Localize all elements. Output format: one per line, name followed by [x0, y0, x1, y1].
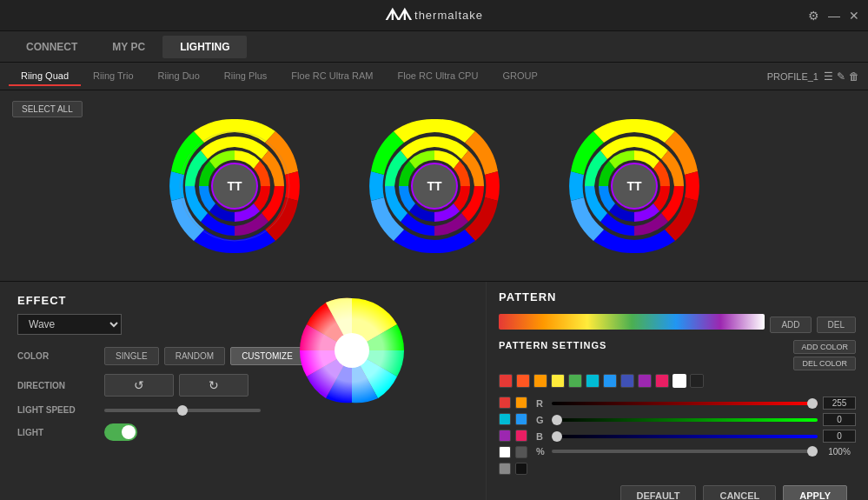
pattern-title: PATTERN [499, 290, 556, 303]
swatch-blue[interactable] [603, 374, 617, 388]
effect-dropdown[interactable]: Wave Static Breathing Pulse Full Color F… [17, 314, 122, 335]
swatch-green[interactable] [568, 374, 582, 388]
device-tab-group[interactable]: GROUP [490, 67, 549, 86]
swatch-yellow[interactable] [551, 374, 565, 388]
pattern-gradient-bar[interactable] [499, 314, 765, 330]
profile-delete-icon[interactable]: 🗑 [849, 70, 859, 83]
svg-text:TT: TT [626, 179, 642, 193]
profile-section: PROFILE_1 ☰ ✎ 🗑 [767, 70, 859, 83]
fan-svg-3: TT [560, 112, 708, 260]
percent-value: 100% [823, 447, 856, 457]
cw-button[interactable]: ↻ [179, 374, 248, 397]
percent-slider[interactable] [552, 450, 818, 453]
profile-icons: ☰ ✎ 🗑 [824, 70, 859, 83]
select-all-button[interactable]: SELECT ALL [12, 101, 83, 117]
swatch-amber[interactable] [533, 374, 547, 388]
device-tab-riing-duo[interactable]: Riing Duo [146, 67, 212, 86]
r-label: R [536, 398, 547, 409]
nav-bar: CONNECT MY PC LIGHTING [0, 31, 868, 63]
device-tab-floe-ram[interactable]: Floe RC Ultra RAM [279, 67, 385, 86]
profile-edit-icon[interactable]: ✎ [837, 70, 845, 83]
color-wheel[interactable] [295, 294, 408, 407]
swatch-purple[interactable] [638, 374, 652, 388]
g-row: G [536, 413, 856, 426]
color-buttons: SINGLE RANDOM CUSTOMIZE [104, 347, 304, 365]
b-row: B [536, 430, 856, 443]
percent-label: % [536, 446, 547, 457]
close-icon[interactable]: ✕ [849, 9, 859, 23]
r-slider[interactable] [552, 402, 818, 405]
brand-name: thermaltake [414, 9, 483, 22]
svg-text:TT: TT [427, 179, 442, 193]
swatch-black[interactable] [690, 374, 704, 388]
device-tab-riing-quad[interactable]: Riing Quad [9, 67, 81, 86]
minimize-icon[interactable]: — [828, 9, 840, 23]
pattern-settings-title: PATTERN SETTINGS [499, 340, 606, 350]
action-bar: DEFAULT CANCEL APPLY [499, 482, 856, 500]
title-bar: ᗑᗑ thermaltake ⚙ — ✕ [0, 0, 868, 31]
cw-icon: ↻ [209, 378, 219, 392]
profile-menu-icon[interactable]: ☰ [824, 70, 833, 83]
light-speed-label: Light SPEED [17, 405, 104, 415]
swatch-red[interactable] [499, 374, 513, 388]
g-label: G [536, 415, 547, 425]
del-color-button[interactable]: DEL COLOR [793, 357, 856, 370]
light-speed-slider[interactable] [104, 409, 261, 412]
g-value[interactable] [823, 413, 856, 426]
swatch-pink[interactable] [655, 374, 669, 388]
profile-label: PROFILE_1 [767, 71, 818, 82]
toggle-knob [122, 425, 136, 439]
fan-svg-2: TT [361, 112, 508, 260]
direction-buttons: ↺ ↻ [104, 374, 248, 397]
rgb-sliders: R G B % [536, 397, 856, 477]
mini-swatches-grid [499, 397, 529, 477]
direction-label: DIRECTION [17, 381, 104, 390]
g-slider[interactable] [552, 418, 818, 422]
color-swatches-row [499, 374, 856, 388]
customize-button[interactable]: CUSTOMIZE [230, 347, 304, 365]
light-row: LIGHT [17, 423, 468, 441]
light-speed-slider-container [104, 409, 295, 412]
color-wheel-wrapper [295, 294, 408, 410]
fan-wheel-1[interactable]: TT [161, 112, 308, 260]
light-label: LIGHT [17, 428, 104, 437]
fan-wheel-2[interactable]: TT [361, 112, 508, 260]
default-button[interactable]: DEFAULT [620, 485, 697, 500]
add-color-button[interactable]: ADD COLOR [793, 340, 856, 354]
single-button[interactable]: SINGLE [104, 347, 159, 365]
pattern-del-button[interactable]: DEL [817, 317, 856, 333]
fan-svg-1: TT [161, 112, 308, 260]
percent-row: % 100% [536, 446, 856, 457]
swatch-orange[interactable] [516, 374, 530, 388]
b-slider[interactable] [552, 435, 818, 438]
nav-tab-lighting[interactable]: LIGHTING [162, 36, 247, 58]
fan-area: SELECT ALL [0, 90, 868, 282]
random-button[interactable]: RANDOM [164, 347, 225, 365]
device-tab-floe-cpu[interactable]: Floe RC Ultra CPU [385, 67, 490, 86]
swatch-white[interactable] [673, 374, 686, 388]
device-tab-riing-plus[interactable]: Riing Plus [212, 67, 280, 86]
fan-wheel-3[interactable]: TT [560, 112, 708, 260]
app-logo: ᗑᗑ thermaltake [385, 6, 483, 24]
cancel-button[interactable]: CANCEL [703, 485, 776, 500]
device-bar: Riing Quad Riing Trio Riing Duo Riing Pl… [0, 63, 868, 90]
r-row: R [536, 397, 856, 410]
pattern-add-button[interactable]: ADD [770, 317, 811, 333]
device-tab-riing-trio[interactable]: Riing Trio [81, 67, 145, 86]
ccw-icon: ↺ [134, 378, 144, 392]
swatch-cyan[interactable] [586, 374, 600, 388]
b-label: B [536, 431, 547, 442]
window-controls: ⚙ — ✕ [808, 9, 859, 23]
nav-tab-mypc[interactable]: MY PC [95, 36, 162, 58]
apply-button[interactable]: APPLY [783, 485, 847, 500]
light-toggle[interactable] [104, 423, 137, 441]
svg-text:TT: TT [227, 179, 242, 193]
nav-tab-connect[interactable]: CONNECT [9, 36, 95, 58]
r-value[interactable] [823, 397, 856, 410]
swatch-indigo[interactable] [620, 374, 634, 388]
bottom-panel: EFFECT Wave Static Breathing Pulse Full … [0, 282, 868, 500]
settings-icon[interactable]: ⚙ [808, 9, 819, 23]
b-value[interactable] [823, 430, 856, 443]
right-panel: PATTERN ADD DEL PATTERN SETTINGS ADD COL… [487, 282, 868, 500]
ccw-button[interactable]: ↺ [104, 374, 174, 397]
